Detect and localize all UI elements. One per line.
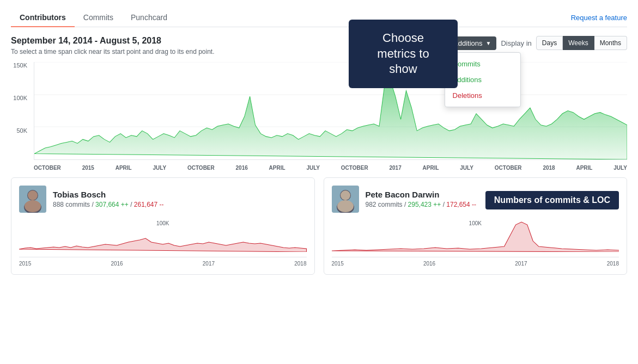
mini-x-2015-0: 2015 — [19, 261, 31, 267]
x-label-april4: APRIL — [576, 165, 592, 171]
x-label-2017: 2017 — [389, 165, 401, 171]
display-days-button[interactable]: Days — [536, 36, 563, 50]
x-label-2018: 2018 — [543, 165, 555, 171]
x-label-july2: JULY — [306, 165, 320, 171]
mini-chart-labels-0: 2015 2016 2017 2018 — [19, 261, 307, 267]
contributor-stats-0: 888 commits / 307,664 ++ / 261,647 -- — [53, 201, 164, 208]
tabs-bar: Contributors Commits Punchcard Request a… — [11, 9, 627, 27]
avatar-img-0 — [19, 186, 46, 213]
contributor-header-1: Pete Bacon Darwin 982 commits / 295,423 … — [332, 186, 619, 213]
contributor-deletions-0: 261,647 -- — [134, 201, 164, 208]
tabs-left: Contributors Commits Punchcard — [11, 9, 176, 27]
x-label-october3: OCTOBER — [341, 165, 368, 171]
x-label-july3: JULY — [460, 165, 473, 171]
mini-y-label-1: 100K — [469, 220, 482, 226]
contributor-commits-1: 982 commits — [366, 201, 403, 208]
svg-point-12 — [337, 200, 354, 212]
page-wrapper: Contributors Commits Punchcard Request a… — [0, 0, 638, 364]
avatar-0 — [19, 186, 46, 213]
tab-commits[interactable]: Commits — [75, 9, 122, 27]
dropdown-current-label: Additions — [453, 39, 482, 47]
mini-x-2016-1: 2016 — [423, 261, 435, 267]
date-range-title: September 14, 2014 - August 5, 2018 — [11, 36, 215, 46]
tab-punchcard[interactable]: Punchcard — [122, 9, 176, 27]
contributor-additions-0: 307,664 ++ — [95, 201, 129, 208]
svg-point-6 — [28, 190, 38, 200]
contributor-info-0: Tobias Bosch 888 commits / 307,664 ++ / … — [53, 190, 164, 208]
contributor-cards: Tobias Bosch 888 commits / 307,664 ++ / … — [11, 177, 627, 275]
contributor-card-1: Pete Bacon Darwin 982 commits / 295,423 … — [324, 177, 628, 275]
contributor-header-0: Tobias Bosch 888 commits / 307,664 ++ / … — [19, 186, 307, 213]
chart-x-labels: OCTOBER 2015 APRIL JULY OCTOBER 2016 APR… — [34, 165, 627, 171]
x-label-2016: 2016 — [236, 165, 248, 171]
x-label-october4: OCTOBER — [495, 165, 522, 171]
x-label-april: APRIL — [116, 165, 132, 171]
mini-x-2017-0: 2017 — [203, 261, 215, 267]
mini-chart-labels-1: 2015 2016 2017 2018 — [332, 261, 619, 267]
main-chart-svg — [34, 62, 627, 159]
dropdown-item-deletions[interactable]: Deletions — [445, 88, 520, 103]
contributor-deletions-1: 172,654 -- — [446, 201, 476, 208]
y-label-50k: 50K — [11, 127, 31, 134]
choose-metrics-tooltip: Choose metrics to show — [349, 20, 458, 88]
svg-point-7 — [25, 200, 41, 212]
x-label-october: OCTOBER — [34, 165, 61, 171]
avatar-1 — [332, 186, 359, 213]
display-btn-group: Days Weeks Months — [536, 36, 627, 50]
tab-contributors[interactable]: Contributors — [11, 9, 75, 27]
mini-x-2016-0: 2016 — [111, 261, 123, 267]
date-info: September 14, 2014 - August 5, 2018 To s… — [11, 36, 215, 55]
chevron-down-icon: ▼ — [486, 40, 491, 46]
mini-x-2018-1: 2018 — [607, 261, 619, 267]
display-months-button[interactable]: Months — [594, 36, 627, 50]
mini-chart-0: 100K — [19, 219, 307, 257]
display-in-label: Display in — [501, 39, 531, 47]
chart-y-labels: 150K 100K 50K — [11, 62, 31, 171]
mini-x-2017-1: 2017 — [515, 261, 527, 267]
contributor-additions-1: 295,423 ++ — [408, 201, 441, 208]
main-chart-container: 150K 100K 50K OCTOBER — [11, 62, 627, 171]
x-label-2015: 2015 — [82, 165, 94, 171]
contributor-name-0: Tobias Bosch — [53, 190, 164, 199]
contributor-commits-0: 888 commits — [53, 201, 90, 208]
header-row: September 14, 2014 - August 5, 2018 To s… — [11, 36, 627, 55]
mini-x-2015-1: 2015 — [332, 261, 344, 267]
x-label-april3: APRIL — [423, 165, 439, 171]
mini-y-label-0: 100K — [156, 220, 169, 226]
x-label-july4: JULY — [613, 165, 627, 171]
mini-chart-1: 100K — [332, 219, 619, 257]
date-hint: To select a time span click near its sta… — [11, 48, 215, 55]
y-label-150k: 150K — [11, 62, 31, 69]
contributor-card-0: Tobias Bosch 888 commits / 307,664 ++ / … — [11, 177, 315, 275]
request-feature-link[interactable]: Request a feature — [571, 14, 627, 22]
avatar-img-1 — [332, 186, 359, 213]
x-label-april2: APRIL — [269, 165, 285, 171]
numbers-callout: Numbers of commits & LOC — [485, 191, 619, 209]
contributor-info-1: Pete Bacon Darwin 982 commits / 295,423 … — [366, 190, 619, 208]
main-chart-area[interactable] — [34, 62, 627, 160]
x-label-october2: OCTOBER — [187, 165, 215, 171]
svg-point-11 — [341, 190, 350, 200]
x-label-july: JULY — [153, 165, 166, 171]
display-weeks-button[interactable]: Weeks — [563, 36, 594, 50]
mini-x-2018-0: 2018 — [294, 261, 306, 267]
y-label-100k: 100K — [11, 95, 31, 101]
